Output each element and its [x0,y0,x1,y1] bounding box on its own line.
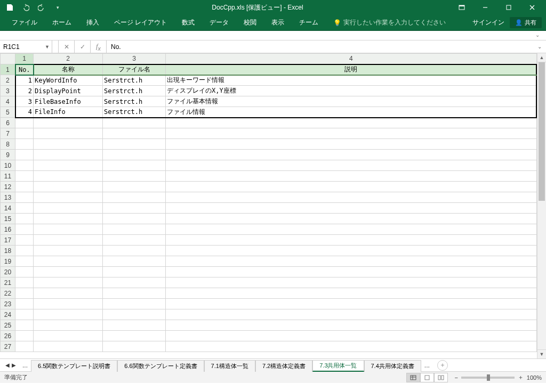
column-header-3[interactable]: 3 [103,54,166,64]
qat-customize-icon[interactable]: ▾ [50,1,65,14]
cell[interactable]: Serstrct.h [103,107,166,118]
redo-icon[interactable] [34,1,49,14]
cell[interactable] [15,214,34,224]
row-header[interactable]: 2 [1,75,15,86]
row-header[interactable]: 4 [1,96,15,107]
cell[interactable] [34,203,103,214]
save-icon[interactable] [2,1,17,14]
zoom-slider[interactable] [461,377,515,379]
cell[interactable]: 名称 [34,64,103,75]
cell[interactable] [15,309,34,320]
cell[interactable] [166,171,537,182]
cell[interactable]: KeyWordInfo [34,75,103,86]
row-header[interactable]: 18 [1,246,15,256]
cell[interactable] [166,150,537,160]
page-layout-view-icon[interactable] [420,373,434,382]
row-header[interactable]: 22 [1,288,15,299]
cell[interactable] [166,277,537,288]
cell[interactable] [15,139,34,150]
cell[interactable] [103,139,166,150]
cell[interactable] [103,331,166,341]
maximize-icon[interactable] [497,0,520,15]
cell[interactable]: ファイル情報 [166,107,537,118]
cell[interactable] [103,320,166,331]
row-header[interactable]: 13 [1,192,15,203]
row-header[interactable]: 24 [1,309,15,320]
cell[interactable] [103,214,166,224]
cell[interactable] [166,118,537,128]
cell[interactable] [34,139,103,150]
cell[interactable] [103,246,166,256]
row-header[interactable]: 17 [1,235,15,246]
zoom-in-icon[interactable]: ＋ [518,373,524,381]
fx-icon[interactable]: fx [91,40,107,53]
cell[interactable] [166,203,537,214]
select-all-corner[interactable] [1,54,15,64]
name-box[interactable]: R1C1 ▼ [0,40,52,53]
row-header[interactable]: 21 [1,277,15,288]
cell[interactable] [34,267,103,277]
cell[interactable] [166,309,537,320]
cell[interactable] [34,288,103,299]
cell[interactable] [103,235,166,246]
row-header[interactable]: 12 [1,182,15,192]
cell[interactable] [15,118,34,128]
row-header[interactable]: 25 [1,320,15,331]
row-header[interactable]: 7 [1,128,15,139]
cell[interactable] [103,160,166,171]
cell[interactable] [166,341,537,352]
cell[interactable]: ファイル基本情報 [166,96,537,107]
cell[interactable]: 1 [15,75,34,86]
cell[interactable]: DisplayPoint [34,86,103,96]
cell[interactable] [166,267,537,277]
cell[interactable] [34,256,103,267]
cell[interactable] [34,150,103,160]
cell[interactable] [15,246,34,256]
scroll-down-icon[interactable]: ▼ [537,349,546,358]
cell[interactable] [103,171,166,182]
cell[interactable]: 4 [15,107,34,118]
undo-icon[interactable] [18,1,33,14]
cell[interactable] [103,150,166,160]
cell[interactable] [15,288,34,299]
cell[interactable] [166,256,537,267]
sheet-tab[interactable]: 7.3共用体一覧 [312,360,364,372]
cell[interactable] [34,309,103,320]
cell[interactable] [166,299,537,309]
cell[interactable] [103,128,166,139]
tab-nav-prev-icon[interactable]: ◀ [5,362,10,368]
ribbon-expand-icon[interactable]: ⌄ [535,32,540,38]
cell[interactable] [15,331,34,341]
enter-formula-icon[interactable]: ✓ [75,40,91,53]
cell[interactable] [103,118,166,128]
tab-review[interactable]: 校閲 [236,15,264,31]
cell[interactable]: 3 [15,96,34,107]
scroll-up-icon[interactable]: ▲ [537,53,546,62]
row-header[interactable]: 11 [1,171,15,182]
row-header[interactable]: 6 [1,118,15,128]
sheet-tab[interactable]: 6.5関数テンプレート説明書 [31,360,117,372]
cell[interactable] [15,182,34,192]
row-header[interactable]: 27 [1,341,15,352]
scroll-thumb[interactable] [539,62,545,201]
cell[interactable] [15,299,34,309]
cell[interactable] [166,128,537,139]
cell[interactable] [34,246,103,256]
tab-formulas[interactable]: 数式 [174,15,202,31]
close-icon[interactable] [520,0,544,15]
cell[interactable] [103,277,166,288]
cell[interactable] [15,256,34,267]
cell[interactable] [34,214,103,224]
row-header[interactable]: 14 [1,203,15,214]
column-header-2[interactable]: 2 [34,54,103,64]
tab-data[interactable]: データ [202,15,236,31]
cell[interactable] [166,288,537,299]
cell[interactable] [103,309,166,320]
ribbon-display-icon[interactable] [450,0,473,15]
cell[interactable]: Serstrct.h [103,86,166,96]
cell[interactable] [15,277,34,288]
tab-overflow-right[interactable]: ... [421,362,433,369]
page-break-view-icon[interactable] [434,373,448,382]
share-button[interactable]: 👤 共有 [510,17,542,28]
zoom-slider-thumb[interactable] [487,374,490,381]
